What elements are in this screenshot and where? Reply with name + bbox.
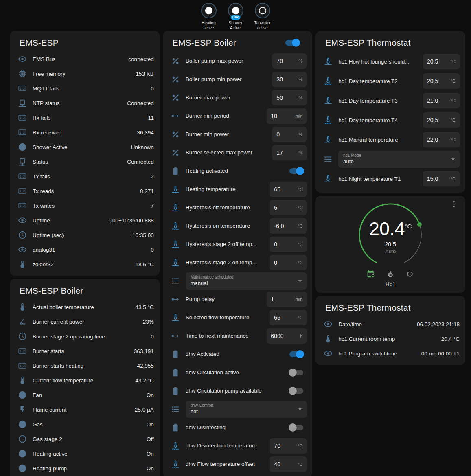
entity-row[interactable]: 12MQTT fails0 bbox=[10, 81, 160, 96]
entity-row[interactable]: dhw Circulation pump available bbox=[163, 382, 313, 400]
entity-row[interactable]: Boiler pump max power70% bbox=[163, 52, 313, 70]
entity-row[interactable]: 12Tx reads8,271 bbox=[10, 184, 160, 198]
entity-row[interactable]: Burner selected max power17% bbox=[163, 143, 313, 162]
number-input[interactable]: 0°C bbox=[270, 237, 307, 252]
entity-row[interactable]: Burner min period10min bbox=[163, 107, 313, 125]
entity-row[interactable]: dhw Disinfection temperature70°C bbox=[163, 437, 313, 455]
entity-row[interactable]: Maintenance scheduledmanual bbox=[163, 272, 313, 290]
toggle-switch[interactable] bbox=[289, 388, 303, 394]
entity-row[interactable]: Hysteresis stage 2 off temp...0°C bbox=[163, 235, 313, 253]
entity-row[interactable]: hc1 Program switchtime00 mo 00:00 T1 bbox=[315, 346, 465, 361]
entity-row[interactable]: hc1 Manual temperature22,0°C bbox=[315, 130, 465, 149]
badge-shower-active[interactable]: LINKShower Active bbox=[223, 3, 249, 31]
entity-row[interactable]: Gas stage 2Off bbox=[10, 432, 160, 446]
entity-row[interactable]: Current flow temperature43.2 °C bbox=[10, 373, 160, 388]
entity-row[interactable]: hc1 Night temperature T115,0°C bbox=[315, 169, 465, 189]
entity-row[interactable]: hc1 Modeauto bbox=[315, 149, 465, 169]
entity-row[interactable]: FanOn bbox=[10, 388, 160, 402]
fire-icon[interactable] bbox=[386, 270, 394, 278]
entity-row[interactable]: Free memory153 KB bbox=[10, 66, 160, 81]
entity-row[interactable]: dhw Comforthot bbox=[163, 400, 313, 418]
badge-heating-active[interactable]: Heating active bbox=[196, 3, 222, 31]
number-input[interactable]: 21,0°C bbox=[423, 93, 460, 108]
toggle-switch[interactable] bbox=[289, 425, 303, 430]
entity-row[interactable]: EMS Busconnected bbox=[10, 52, 160, 66]
entity-row[interactable]: NTP statusConnected bbox=[10, 96, 160, 110]
number-input[interactable]: 20,5°C bbox=[423, 112, 460, 128]
entity-row[interactable]: hc1 Day temperature T321,0°C bbox=[315, 91, 465, 110]
entity-row[interactable]: Heating pumpOn bbox=[10, 461, 160, 476]
entity-row[interactable]: Time to next maintenance6000h bbox=[163, 327, 313, 345]
power-icon[interactable] bbox=[406, 270, 414, 278]
number-input[interactable]: 30% bbox=[272, 72, 307, 87]
number-input[interactable]: 22,0°C bbox=[423, 132, 460, 147]
entity-row[interactable]: GasOn bbox=[10, 417, 160, 432]
number-input[interactable]: 17% bbox=[272, 145, 307, 160]
entity-row[interactable]: Uptime000+10:35:00.888 bbox=[10, 213, 160, 228]
number-input[interactable]: 70% bbox=[272, 53, 307, 69]
entity-row[interactable]: analog310 bbox=[10, 242, 160, 257]
entity-row[interactable]: StatusConnected bbox=[10, 154, 160, 169]
entity-row[interactable]: 12Burner starts heating42,955 bbox=[10, 358, 160, 373]
entity-row[interactable]: Hysteresis off temperature6°C bbox=[163, 198, 313, 217]
entity-row[interactable]: 12Tx writes7 bbox=[10, 198, 160, 213]
number-input[interactable]: 50% bbox=[272, 90, 307, 105]
entity-row[interactable]: Shower ActiveUnknown bbox=[10, 140, 160, 154]
number-input[interactable]: 0°C bbox=[270, 255, 307, 270]
entity-row[interactable]: hc1 Current room temp20.4 °C bbox=[315, 331, 465, 346]
number-input[interactable]: 20,5°C bbox=[423, 73, 460, 89]
entity-row[interactable]: Hysteresis stage 2 on temp...0°C bbox=[163, 253, 313, 272]
entity-row[interactable]: dhw Disinfecting bbox=[163, 418, 313, 437]
entity-row[interactable]: hc1 How hot lounge should...20,5°C bbox=[315, 52, 465, 71]
entity-row[interactable]: Burner max power50% bbox=[163, 88, 313, 107]
badge-tapwater-active[interactable]: Tapwater active bbox=[250, 3, 276, 31]
thermostat-dial[interactable]: 20.4°C 20.5 Auto bbox=[355, 200, 425, 270]
card-header: EMS-ESP Thermostat bbox=[315, 31, 465, 52]
entity-row[interactable]: Burner current power23% bbox=[10, 314, 160, 329]
entity-row[interactable]: zolder3218.6 °C bbox=[10, 257, 160, 272]
number-input[interactable]: 65°C bbox=[270, 310, 307, 325]
entity-row[interactable]: 12Burner starts363,191 bbox=[10, 344, 160, 358]
entity-row[interactable]: Date/time06.02.2023 21:18 bbox=[315, 317, 465, 331]
entity-row[interactable]: dhw Flow temperature offset40°C bbox=[163, 455, 313, 473]
calendar-sync-icon[interactable] bbox=[367, 270, 375, 278]
number-input[interactable]: 20,5°C bbox=[423, 54, 460, 69]
entity-row[interactable]: Burner min power0% bbox=[163, 125, 313, 143]
select-field[interactable]: hc1 Modeauto bbox=[338, 151, 460, 168]
entity-row[interactable]: Boiler pump min power30% bbox=[163, 70, 313, 88]
toggle-switch[interactable] bbox=[289, 351, 303, 357]
toggle-switch[interactable] bbox=[285, 40, 299, 46]
entity-row[interactable]: dhw Activated bbox=[163, 345, 313, 363]
entity-row[interactable]: Pump delay1min bbox=[163, 290, 313, 308]
entity-row[interactable]: Flame current25.0 µA bbox=[10, 402, 160, 417]
toggle-switch[interactable] bbox=[289, 370, 303, 375]
select-field[interactable]: Maintenance scheduledmanual bbox=[186, 272, 307, 290]
entity-row[interactable]: Uptime (sec)10:35:00 bbox=[10, 228, 160, 242]
number-input[interactable]: 6°C bbox=[270, 200, 307, 215]
entity-row[interactable]: 12Tx fails2 bbox=[10, 169, 160, 184]
number-input[interactable]: 65°C bbox=[270, 182, 307, 197]
number-input[interactable]: 6000h bbox=[267, 328, 307, 344]
entity-row[interactable]: Selected flow temperature65°C bbox=[163, 308, 313, 327]
entity-row[interactable]: Hysteresis on temperature-6,0°C bbox=[163, 217, 313, 235]
entity-row[interactable]: hc1 Day temperature T420,5°C bbox=[315, 110, 465, 130]
entity-row[interactable]: Actual boiler temperature43.5 °C bbox=[10, 300, 160, 314]
entity-row[interactable]: 12Rx fails11 bbox=[10, 110, 160, 125]
number-input[interactable]: 10min bbox=[267, 108, 307, 124]
toggle-switch[interactable] bbox=[289, 168, 303, 174]
number-input[interactable]: -6,0°C bbox=[270, 218, 307, 234]
entity-row[interactable]: dhw Circulation active bbox=[163, 363, 313, 382]
number-input[interactable]: 40°C bbox=[270, 456, 307, 472]
select-field[interactable]: dhw Comforthot bbox=[186, 401, 307, 418]
entity-row[interactable]: hc1 Day temperature T220,5°C bbox=[315, 71, 465, 91]
menu-dots-icon[interactable]: ⋮ bbox=[449, 198, 460, 209]
entity-row[interactable]: Heating activeOn bbox=[10, 446, 160, 461]
number-input[interactable]: 0% bbox=[272, 127, 307, 142]
entity-row[interactable]: Burner stage 2 operating time0 bbox=[10, 329, 160, 344]
entity-row[interactable]: Heating temperature65°C bbox=[163, 180, 313, 198]
entity-row[interactable]: 12Rx received36,394 bbox=[10, 125, 160, 140]
number-input[interactable]: 15,0°C bbox=[423, 171, 460, 186]
number-input[interactable]: 70°C bbox=[270, 438, 307, 454]
number-input[interactable]: 1min bbox=[267, 292, 307, 307]
entity-row[interactable]: Heating activated bbox=[163, 162, 313, 180]
